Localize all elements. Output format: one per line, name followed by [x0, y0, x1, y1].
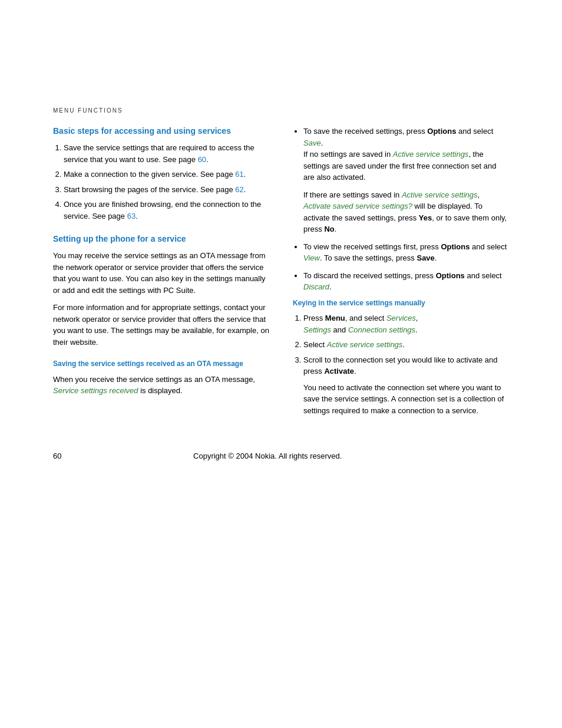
italic-active-settings-2: Active service settings [402, 190, 478, 199]
keying-step-3: Scroll to the connection set you would l… [303, 354, 509, 417]
italic-active-service-settings: Active service settings [327, 340, 403, 349]
subheading-saving-settings: Saving the service settings received as … [53, 360, 269, 369]
bold-save: Save [416, 253, 434, 262]
keying-in-section: Keying in the service settings manually … [293, 299, 509, 417]
bold-yes: Yes [419, 213, 432, 222]
bold-menu: Menu [325, 314, 345, 322]
heading-basic-steps: Basic steps for accessing and using serv… [53, 126, 269, 136]
bullet-view-settings: To view the received settings first, pre… [303, 241, 509, 264]
bullet-discard-settings: To discard the received settings, press … [303, 270, 509, 293]
save-options-list: To save the received settings, press Opt… [293, 126, 509, 293]
keying-step-2: Select Active service settings. [303, 339, 509, 351]
italic-view: View [303, 253, 320, 262]
bold-activate: Activate [324, 367, 354, 375]
list-item: Once you are finished browsing, end the … [64, 199, 269, 222]
setting-up-para1: You may receive the service settings as … [53, 250, 269, 296]
italic-services: Services [386, 314, 416, 322]
italic-settings: Settings [303, 325, 331, 334]
copyright-text: Copyright © 2004 Nokia. All rights reser… [193, 452, 342, 460]
link-page-60[interactable]: 60 [198, 155, 206, 164]
left-column: Basic steps for accessing and using serv… [53, 126, 269, 428]
link-page-62[interactable]: 62 [235, 185, 243, 194]
link-page-63[interactable]: 63 [127, 212, 135, 220]
bold-options-2: Options [441, 242, 470, 251]
italic-save-1: Save [303, 139, 321, 147]
page: Menu functions Basic steps for accessing… [0, 0, 562, 728]
list-item: Start browsing the pages of the service.… [64, 184, 269, 196]
setting-up-phone-section: Setting up the phone for a service You m… [53, 233, 269, 348]
heading-setting-up-phone: Setting up the phone for a service [53, 233, 269, 244]
subheading-keying-in: Keying in the service settings manually [293, 299, 509, 308]
italic-service-settings-received: Service settings received [53, 386, 138, 395]
bullet1-sub-para2: If there are settings saved in Active se… [303, 189, 509, 235]
italic-connection-settings: Connection settings [348, 325, 415, 334]
page-footer: 60 Copyright © 2004 Nokia. All rights re… [53, 452, 509, 460]
right-column: To save the received settings, press Opt… [293, 126, 509, 428]
italic-active-settings-1: Active service settings [393, 150, 469, 159]
italic-activate-saved: Activate saved service settings? [303, 202, 412, 210]
link-page-61[interactable]: 61 [235, 170, 243, 179]
saving-settings-section: Saving the service settings received as … [53, 360, 269, 397]
bullet-save-settings: To save the received settings, press Opt… [303, 126, 509, 235]
italic-discard: Discard [303, 282, 329, 291]
keying-in-steps: Press Menu, and select Services, Setting… [293, 312, 509, 416]
bold-options-1: Options [427, 127, 456, 136]
bullet1-sub-para1: If no settings are saved in Active servi… [303, 149, 509, 183]
section-label: Menu functions [53, 106, 509, 115]
basic-steps-section: Basic steps for accessing and using serv… [53, 126, 269, 222]
two-column-layout: Basic steps for accessing and using serv… [53, 126, 509, 428]
basic-steps-list: Save the service settings that are requi… [53, 142, 269, 222]
list-item: Save the service settings that are requi… [64, 142, 269, 165]
bold-no: No [324, 225, 334, 233]
keying-step-3-para: You need to activate the connection set … [303, 382, 509, 417]
list-item: Make a connection to the given service. … [64, 169, 269, 180]
saving-settings-para: When you receive the service settings as… [53, 374, 269, 397]
keying-step-1: Press Menu, and select Services, Setting… [303, 312, 509, 335]
setting-up-para2: For more information and for appropriate… [53, 302, 269, 348]
page-number: 60 [53, 452, 61, 460]
bold-options-3: Options [436, 271, 465, 280]
